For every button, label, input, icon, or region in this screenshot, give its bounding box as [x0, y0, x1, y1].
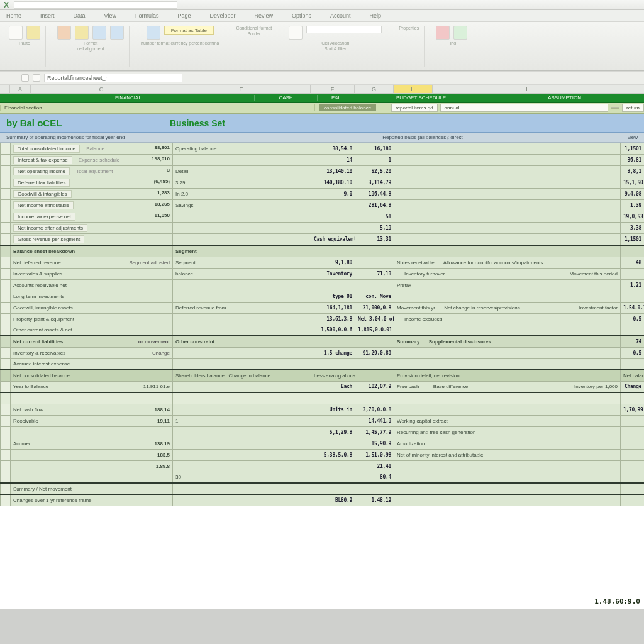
cell[interactable]: Other current assets & net	[11, 325, 173, 336]
cell[interactable]	[394, 166, 621, 177]
cell[interactable]: type 01	[311, 291, 355, 302]
cell[interactable]: Goodwill, intangible assets	[11, 302, 173, 313]
cell[interactable]: 1	[173, 415, 311, 426]
cell[interactable]	[1, 472, 11, 483]
cell[interactable]	[1, 268, 11, 279]
cell[interactable]	[1, 404, 11, 415]
cell[interactable]	[1, 234, 11, 246]
cell[interactable]: Property plant & equipment	[11, 313, 173, 325]
cell[interactable]	[355, 336, 394, 347]
cell[interactable]	[1, 279, 11, 291]
cell[interactable]: 1	[355, 155, 394, 166]
styles-icon[interactable]	[147, 26, 160, 40]
cell[interactable]: 3,38	[621, 223, 645, 234]
tab-developer[interactable]: Developer	[209, 13, 235, 19]
cell[interactable]	[173, 325, 311, 336]
cell[interactable]	[394, 291, 621, 302]
cell[interactable]: 48	[621, 257, 645, 268]
mini-tab[interactable]	[611, 107, 619, 109]
cell[interactable]	[621, 325, 645, 336]
cell[interactable]: Interest & tax expense 198,010 Expense s…	[11, 155, 173, 166]
cell[interactable]	[394, 392, 621, 404]
cell[interactable]	[394, 189, 621, 200]
cell[interactable]: 16,180	[355, 143, 394, 155]
mini-tab[interactable]: annual	[440, 104, 609, 112]
tab-formulas[interactable]: Formulas	[135, 13, 159, 19]
cell[interactable]	[1, 291, 11, 302]
cell[interactable]	[1, 200, 11, 211]
cell[interactable]	[173, 381, 311, 392]
cell[interactable]: Net balance	[621, 370, 645, 381]
cell[interactable]: Deferred revenue from	[173, 302, 311, 313]
cell[interactable]	[394, 234, 621, 246]
cell[interactable]: BL80,9	[311, 494, 355, 506]
cell[interactable]	[621, 483, 645, 494]
cell[interactable]: Change	[621, 381, 645, 392]
paste-icon[interactable]	[9, 26, 23, 40]
cell[interactable]	[394, 347, 621, 358]
cell[interactable]: 51	[355, 211, 394, 223]
insert-icon[interactable]	[289, 26, 303, 40]
cell[interactable]	[1, 460, 11, 472]
cell[interactable]	[173, 234, 311, 246]
cell[interactable]	[355, 358, 394, 370]
col-header-f[interactable]: F	[311, 85, 355, 93]
olive-chip-selected[interactable]: consolidated balance	[319, 104, 376, 111]
fill-color-icon[interactable]	[75, 26, 89, 40]
cell[interactable]	[394, 223, 621, 234]
cell[interactable]	[311, 415, 355, 426]
cell[interactable]	[394, 211, 621, 223]
cell[interactable]: Net 3,04.0 of	[355, 313, 394, 325]
cell[interactable]	[355, 279, 394, 291]
cell[interactable]: Inventory & receivables Change	[11, 347, 173, 358]
cell[interactable]: Segment	[173, 257, 311, 268]
cell[interactable]	[173, 449, 311, 460]
cell[interactable]	[311, 200, 355, 211]
cell[interactable]: 1.89.8	[11, 460, 173, 472]
cell[interactable]	[621, 245, 645, 257]
cell[interactable]: Year to Balance 11.911 61.e	[11, 381, 173, 392]
cell[interactable]	[355, 257, 394, 268]
col-header-i[interactable]: I	[433, 85, 621, 93]
cell[interactable]	[311, 483, 355, 494]
cell[interactable]: Pretax	[394, 279, 621, 291]
cell[interactable]: Each	[311, 381, 355, 392]
cell[interactable]: 281,64.8	[355, 200, 394, 211]
cell[interactable]	[1, 381, 11, 392]
cell[interactable]	[1, 438, 11, 449]
cell[interactable]	[173, 347, 311, 358]
cell[interactable]	[1, 189, 11, 200]
cell[interactable]: In 2.0	[173, 189, 311, 200]
cell[interactable]	[394, 472, 621, 483]
cell[interactable]: Other constraint	[173, 336, 311, 347]
cell[interactable]	[394, 325, 621, 336]
cell[interactable]: 1,48,19	[355, 494, 394, 506]
cell[interactable]: 1,70,99.9	[621, 404, 645, 415]
cell[interactable]: 19,0,53	[621, 211, 645, 223]
cell[interactable]	[311, 245, 355, 257]
cell[interactable]	[1, 257, 11, 268]
cell[interactable]	[621, 438, 645, 449]
cell[interactable]	[173, 483, 311, 494]
cell[interactable]: Inventories & supplies	[11, 268, 173, 279]
cell[interactable]	[311, 211, 355, 223]
cell[interactable]: 102,07.9	[355, 381, 394, 392]
cell[interactable]: 52,5,20	[355, 166, 394, 177]
cell[interactable]	[311, 392, 355, 404]
cell[interactable]: Net operating income 3 Total adjustment	[11, 166, 173, 177]
cell[interactable]	[311, 438, 355, 449]
cell[interactable]: Free cash Base difference Inventory per …	[394, 381, 621, 392]
select-all-corner[interactable]	[0, 85, 10, 93]
cell[interactable]: 1.54.0.1	[621, 302, 645, 313]
font-color-icon[interactable]	[57, 26, 71, 40]
cell[interactable]: 3,70,0.0.8	[355, 404, 394, 415]
col-header-g[interactable]: G	[355, 85, 394, 93]
cell[interactable]: 5,19	[355, 223, 394, 234]
cell[interactable]: Net of minority interest and attributabl…	[394, 449, 621, 460]
cell[interactable]: Summary Supplemental disclosures	[394, 336, 621, 347]
cell[interactable]	[1, 336, 11, 347]
cell-allocation-field[interactable]	[306, 26, 382, 33]
cell[interactable]	[1, 415, 11, 426]
cell[interactable]	[311, 223, 355, 234]
cell[interactable]	[394, 143, 621, 155]
